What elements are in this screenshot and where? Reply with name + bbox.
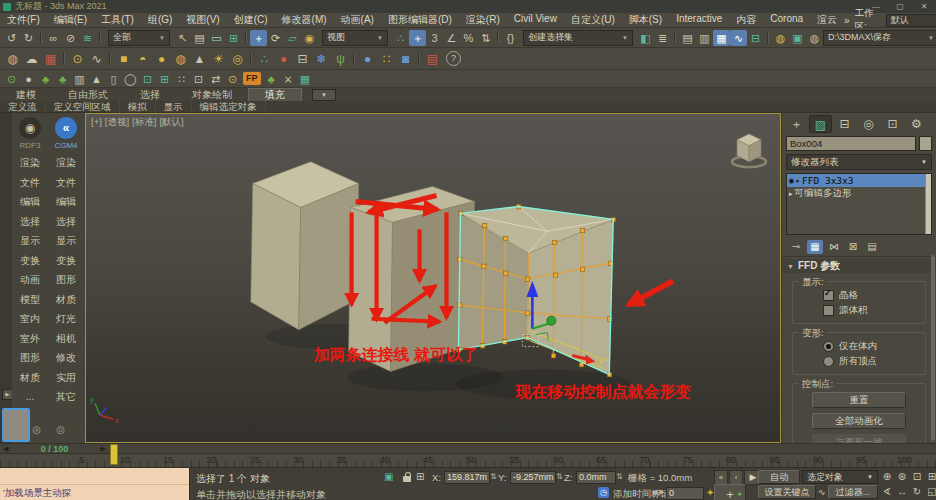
sidebar-item[interactable]: 实用: [56, 368, 76, 388]
menu-item[interactable]: 工具(T): [94, 13, 141, 27]
animate-all-button[interactable]: 全部动画化: [812, 413, 906, 429]
tab-display[interactable]: ⊡: [881, 115, 904, 133]
sphere-icon[interactable]: ●: [152, 50, 171, 68]
menu-item[interactable]: 图形编辑器(D): [381, 13, 459, 27]
help-icon[interactable]: ?: [446, 51, 461, 66]
torus-icon[interactable]: ◯: [122, 71, 139, 87]
named-selection-dropdown[interactable]: 创建选择集▼: [523, 30, 633, 46]
rdf3-logo-icon[interactable]: ◉: [19, 117, 41, 139]
selection-lock-icon[interactable]: [403, 476, 411, 482]
separator[interactable]: [245, 31, 247, 44]
paint-icon[interactable]: ∷: [173, 71, 190, 87]
curve-editor-icon[interactable]: ∿: [730, 30, 747, 46]
grass-icon[interactable]: ψ: [331, 50, 350, 68]
make-unique-icon[interactable]: ⋈: [826, 240, 842, 254]
visibility-eye-icon[interactable]: ◉: [789, 176, 794, 185]
door-icon[interactable]: ▯: [105, 71, 122, 87]
toolbar-overflow-icon[interactable]: »: [844, 15, 850, 26]
ribbon-tab-modeling[interactable]: 建模: [0, 88, 52, 101]
lattice-checkbox-row[interactable]: 晶格: [799, 288, 919, 303]
menu-item[interactable]: 修改器(M): [275, 13, 334, 27]
sidebar-item[interactable]: 显示: [56, 231, 76, 251]
checkbox-icon[interactable]: [823, 305, 834, 316]
ribbon-sub-define-flow[interactable]: 定义流: [0, 101, 46, 113]
go-to-start-icon[interactable]: «: [714, 470, 728, 485]
teapot2-icon[interactable]: ◍: [171, 50, 190, 68]
panel-icon[interactable]: ⊡: [190, 71, 207, 87]
snowflake-icon[interactable]: ❄: [312, 50, 331, 68]
zoom-icon[interactable]: ⊕: [880, 470, 894, 484]
render-production-icon[interactable]: ◍: [806, 30, 823, 46]
layer-explorer-icon[interactable]: ▥: [696, 30, 713, 46]
menu-item[interactable]: 内容: [729, 13, 763, 27]
sidebar-item[interactable]: 修改: [56, 348, 76, 368]
rain-icon[interactable]: ∴: [255, 50, 274, 68]
columns-icon[interactable]: ▥: [71, 71, 88, 87]
tab-hierarchy[interactable]: ⊟: [833, 115, 856, 133]
schematic-view-icon[interactable]: ⊟: [747, 30, 764, 46]
slider-left-arrow-icon[interactable]: ◀: [0, 445, 11, 453]
sidebar-item[interactable]: 相机: [56, 329, 76, 349]
move-icon[interactable]: ＋: [250, 30, 267, 46]
time-slider-handle[interactable]: [110, 444, 118, 465]
select-object-icon[interactable]: ↖: [174, 30, 191, 46]
separator[interactable]: [40, 31, 42, 44]
menu-item[interactable]: 文件(F): [0, 13, 47, 27]
grid-icon[interactable]: ▦: [297, 71, 314, 87]
key-filters-hand-icon[interactable]: ∿: [818, 487, 826, 497]
frame-step-arrows[interactable]: ◀ ▶: [652, 488, 665, 496]
align-icon[interactable]: ≣: [654, 30, 671, 46]
sun-icon[interactable]: ☀: [209, 50, 228, 68]
trees-icon[interactable]: ♣: [54, 71, 71, 87]
maxscript-mini-listener[interactable]: '加载场景主动探: [0, 468, 190, 500]
cgm4-logo-icon[interactable]: «: [55, 117, 77, 139]
current-frame-field[interactable]: 0: [666, 487, 704, 500]
radio-selected-icon[interactable]: [823, 341, 834, 352]
separator[interactable]: [767, 31, 769, 44]
sidebar-item[interactable]: 图形: [20, 348, 40, 368]
show-end-result-icon[interactable]: ▦: [807, 240, 823, 254]
modifier-stack-row-ffd[interactable]: ◉ ▸ FFD 3x3x3: [787, 174, 931, 187]
configure-modifier-icon[interactable]: ▤: [864, 240, 880, 254]
select-link-icon[interactable]: ∞: [45, 30, 62, 46]
radio-icon[interactable]: [823, 356, 834, 367]
menu-item[interactable]: 脚本(S): [622, 13, 669, 27]
sidebar-item[interactable]: 编辑: [56, 192, 76, 212]
tab-create[interactable]: ＋: [785, 115, 808, 133]
prev-frame-icon[interactable]: ‹: [729, 470, 743, 485]
separator[interactable]: [353, 52, 355, 65]
panel-scrollbar[interactable]: [931, 255, 935, 441]
menu-item[interactable]: Interactive: [669, 13, 729, 27]
zoom-extents-all-icon[interactable]: ⊞: [925, 470, 936, 484]
viewport-canvas[interactable]: x 加两条连接线 就可以了 现在移动控制点就会形变: [86, 114, 780, 442]
ribbon-tab-freeform[interactable]: 自由形式: [52, 88, 124, 101]
save-path-dropdown[interactable]: D:\3DMAX\保存▼: [823, 30, 936, 46]
menu-item[interactable]: Corona: [763, 13, 810, 27]
sidebar-item[interactable]: 渲染: [20, 153, 40, 173]
menu-item[interactable]: 自定义(U): [564, 13, 622, 27]
sidebar-item[interactable]: 文件: [20, 173, 40, 193]
redo-icon[interactable]: ↻: [20, 30, 37, 46]
orbit-icon[interactable]: ↻: [910, 485, 924, 499]
box-select-icon[interactable]: ⊡: [139, 71, 156, 87]
absolute-offset-icon[interactable]: ⊞: [416, 471, 424, 482]
play-box-icon[interactable]: ⊞: [156, 71, 173, 87]
separator[interactable]: [109, 52, 111, 65]
forest-icon[interactable]: ♣: [263, 71, 280, 87]
reset-button[interactable]: 重置: [812, 392, 906, 408]
modifier-list-dropdown[interactable]: 修改器列表 ▼: [786, 154, 932, 170]
tab-utilities[interactable]: ⚙: [905, 115, 928, 133]
tree-icon[interactable]: ♣: [37, 71, 54, 87]
sidebar-item[interactable]: 变换: [20, 251, 40, 271]
viewport-label-menu[interactable]: [透视]: [105, 116, 129, 129]
bulb-icon[interactable]: ⊙: [3, 71, 20, 87]
fp-plugin-icon[interactable]: FP: [243, 72, 261, 85]
scene-explorer-icon[interactable]: ▤: [679, 30, 696, 46]
separator[interactable]: [99, 31, 101, 44]
viewport-layout-tab-button[interactable]: [2, 408, 30, 442]
angle-snap-icon[interactable]: ∠: [443, 30, 460, 46]
separator[interactable]: [418, 52, 420, 65]
spinner-icon[interactable]: ⇅: [556, 472, 563, 481]
menu-item[interactable]: 渲云: [810, 13, 844, 27]
cloud-icon[interactable]: ☁: [22, 50, 41, 68]
